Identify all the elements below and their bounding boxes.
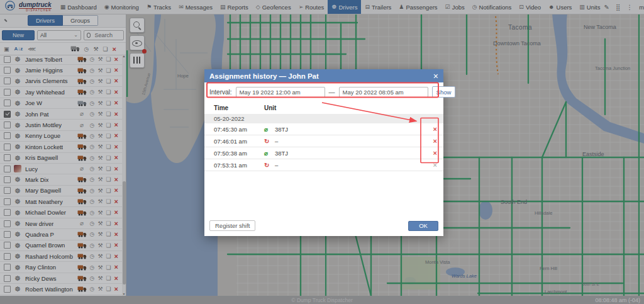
no-unit-icon[interactable]: ⌀ xyxy=(77,166,87,172)
assigned-unit-thumbnail[interactable] xyxy=(77,67,87,74)
no-unit-icon[interactable]: ⌀ xyxy=(77,111,87,117)
delete-x-icon[interactable]: × xyxy=(114,220,118,227)
driver-checkbox[interactable] xyxy=(4,132,11,139)
assigned-unit-thumbnail[interactable] xyxy=(77,155,87,161)
delete-x-icon[interactable]: × xyxy=(114,176,118,183)
driver-name[interactable]: Lucy xyxy=(25,166,38,172)
assigned-unit-thumbnail[interactable] xyxy=(77,275,87,281)
list-scrollbar[interactable]: ▲ ▼ xyxy=(122,54,126,296)
driver-name[interactable]: James Tolbert xyxy=(25,56,62,63)
nav-item-tracks[interactable]: ⚑Tracks xyxy=(143,0,175,14)
nav-item-units[interactable]: ▥Units xyxy=(575,0,604,14)
worktime-clock-icon[interactable]: ◷ xyxy=(90,78,95,84)
copy-icon[interactable]: ❏ xyxy=(106,220,111,227)
driver-name[interactable]: Michael Dowler xyxy=(25,209,66,216)
nav-item-messages[interactable]: ✉Messages xyxy=(175,0,216,14)
driver-row[interactable]: ☸Quadrea P◷⚒❏× xyxy=(0,229,122,240)
worktime-clock-icon[interactable]: ◷ xyxy=(90,286,95,292)
driver-checkbox[interactable] xyxy=(4,220,11,227)
properties-wrench-icon[interactable]: ⚒ xyxy=(97,286,103,292)
delete-assignment-icon[interactable]: × xyxy=(433,125,437,133)
driver-row[interactable]: ☸Quarnel Brown◷⚒❏× xyxy=(0,240,122,251)
copy-icon[interactable]: ❏ xyxy=(106,67,111,74)
tab-groups[interactable]: Groups xyxy=(63,15,98,26)
delete-x-icon[interactable]: × xyxy=(114,89,118,96)
properties-wrench-icon[interactable]: ⚒ xyxy=(97,264,103,271)
driver-checkbox[interactable] xyxy=(4,209,11,216)
delete-x-icon[interactable]: × xyxy=(114,209,118,216)
worktime-clock-icon[interactable]: ◷ xyxy=(90,100,95,106)
driver-row[interactable]: ☸New driver⌀◷⚒❏× xyxy=(0,218,122,229)
properties-wrench-icon[interactable]: ⚒ xyxy=(97,176,103,183)
delete-x-icon[interactable]: × xyxy=(114,99,118,106)
properties-wrench-icon[interactable]: ⚒ xyxy=(97,56,103,62)
driver-name[interactable]: New driver xyxy=(25,220,53,227)
driver-name[interactable]: Matt Neathery xyxy=(25,198,63,205)
driver-row[interactable]: ☸Mark Dix◷⚒❏× xyxy=(0,174,122,185)
assigned-unit-thumbnail[interactable] xyxy=(77,210,87,216)
driver-row[interactable]: ☸Kinton Lockett◷⚒❏× xyxy=(0,142,122,152)
driver-checkbox[interactable] xyxy=(4,187,11,194)
delete-x-icon[interactable]: × xyxy=(114,242,118,249)
delete-column-icon[interactable]: × xyxy=(113,45,116,53)
nav-item-geofences[interactable]: ◇Geofences xyxy=(252,0,295,14)
worktime-clock-icon[interactable]: ◷ xyxy=(90,264,95,271)
driver-checkbox[interactable] xyxy=(4,275,11,282)
copy-icon[interactable]: ❏ xyxy=(106,78,111,84)
properties-wrench-icon[interactable]: ⚒ xyxy=(97,188,103,194)
properties-wrench-icon[interactable]: ⚒ xyxy=(97,198,103,205)
nav-item-dashboard[interactable]: ▦Dashboard xyxy=(57,0,101,14)
driver-checkbox[interactable] xyxy=(4,176,11,183)
interval-from-input[interactable] xyxy=(236,87,325,98)
copy-icon[interactable]: ❏ xyxy=(106,111,111,117)
assigned-unit-thumbnail[interactable] xyxy=(77,78,87,84)
properties-column-icon[interactable]: ⚒ xyxy=(93,46,98,52)
assigned-unit-thumbnail[interactable] xyxy=(77,188,87,194)
copy-icon[interactable]: ❏ xyxy=(106,100,111,106)
worktime-clock-icon[interactable]: ◷ xyxy=(90,210,95,216)
driver-checkbox[interactable] xyxy=(4,56,11,63)
driver-name[interactable]: Joe W xyxy=(25,99,42,106)
worktime-clock-icon[interactable]: ◷ xyxy=(90,253,95,259)
map-visibility-button[interactable] xyxy=(130,35,145,50)
driver-row[interactable]: ☸Kris Bagwell◷⚒❏× xyxy=(0,153,122,164)
worktime-clock-icon[interactable]: ◷ xyxy=(90,242,95,249)
copy-icon[interactable]: ❏ xyxy=(106,253,111,259)
delete-x-icon[interactable]: × xyxy=(114,67,118,74)
properties-wrench-icon[interactable]: ⚒ xyxy=(97,242,103,249)
properties-wrench-icon[interactable]: ⚒ xyxy=(97,155,103,161)
copy-icon[interactable]: ❏ xyxy=(106,242,111,249)
properties-wrench-icon[interactable]: ⚒ xyxy=(97,78,103,84)
copy-column-icon[interactable]: ❏ xyxy=(103,46,108,52)
worktime-clock-icon[interactable]: ◷ xyxy=(90,144,95,150)
assigned-unit-thumbnail[interactable] xyxy=(77,231,87,237)
driver-name[interactable]: Ricky Dews xyxy=(25,275,57,282)
worktime-clock-icon[interactable]: ◷ xyxy=(90,111,95,117)
driver-name[interactable]: John Pat xyxy=(25,111,49,118)
sort-az-icon[interactable]: A↓z xyxy=(14,46,23,52)
select-all-icon[interactable]: ▣ xyxy=(4,46,9,52)
brand-logo[interactable]: dumptruck DISPATCHER xyxy=(0,1,57,13)
map-ruler-button[interactable] xyxy=(130,53,145,68)
copy-icon[interactable]: ❏ xyxy=(106,275,111,281)
driver-name[interactable]: Justin Mottley xyxy=(25,121,62,128)
assigned-unit-thumbnail[interactable] xyxy=(77,100,87,106)
driver-row[interactable]: Lucy⌀◷⚒❏× xyxy=(0,164,122,174)
driver-checkbox[interactable] xyxy=(4,253,11,260)
driver-checkbox[interactable] xyxy=(4,264,11,271)
worktime-clock-icon[interactable]: ◷ xyxy=(90,188,95,194)
copy-icon[interactable]: ❏ xyxy=(106,56,111,62)
properties-wrench-icon[interactable]: ⚒ xyxy=(97,89,103,95)
assigned-unit-thumbnail[interactable] xyxy=(77,176,87,183)
driver-checkbox[interactable] xyxy=(4,166,11,172)
driver-row[interactable]: ☸Rashard Holcomb◷⚒❏× xyxy=(0,251,122,262)
properties-wrench-icon[interactable]: ⚒ xyxy=(97,144,103,150)
assigned-unit-thumbnail[interactable] xyxy=(77,242,87,249)
properties-wrench-icon[interactable]: ⚒ xyxy=(97,231,103,237)
delete-x-icon[interactable]: × xyxy=(114,286,118,293)
properties-wrench-icon[interactable]: ⚒ xyxy=(97,275,103,281)
nav-item-drivers[interactable]: ☸Drivers xyxy=(328,0,361,14)
driver-row[interactable]: ☸Matt Neathery◷⚒❏× xyxy=(0,196,122,207)
driver-row[interactable]: ☸Jamie Higgins◷⚒❏× xyxy=(0,65,122,76)
properties-wrench-icon[interactable]: ⚒ xyxy=(97,253,103,259)
